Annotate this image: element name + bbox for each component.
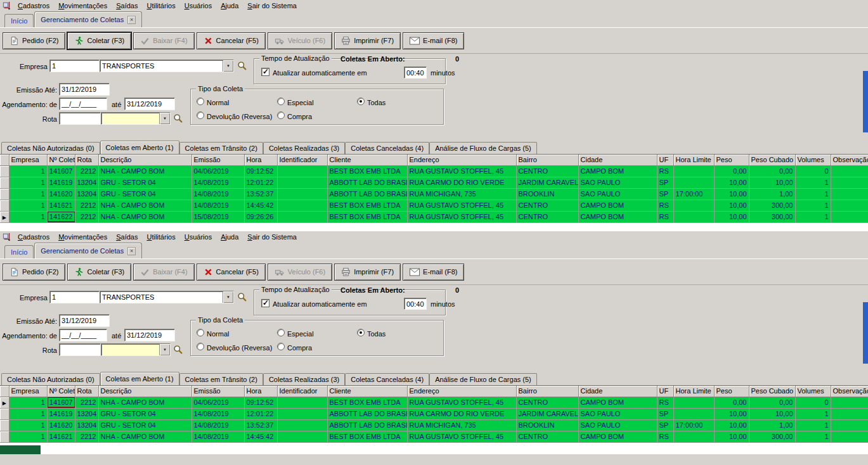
menu-item[interactable]: Usuários xyxy=(180,1,216,10)
column-header[interactable]: Descrição xyxy=(98,386,191,397)
grid-tab[interactable]: Coletas Realizadas (3) xyxy=(263,373,345,385)
table-row[interactable]: 1 141620 13204 GRU - SETOR 04 14/08/2019… xyxy=(0,419,868,431)
column-header[interactable]: Nº Coleta xyxy=(47,155,75,165)
rota-combo[interactable]: ▼ xyxy=(101,112,171,125)
grid-tab[interactable]: Análise de Fluxo de Cargas (5) xyxy=(429,373,537,385)
auto-update-interval-input[interactable]: 00:40 xyxy=(404,67,427,79)
menu-item[interactable]: Movimentações xyxy=(54,1,112,10)
column-header[interactable]: Volumes xyxy=(795,155,831,165)
column-header[interactable]: UF xyxy=(657,386,673,397)
emissao-ate-input[interactable]: 31/12/2019 xyxy=(59,83,110,96)
agendamento-de-input[interactable]: __/__/____ xyxy=(59,98,107,110)
pedido-button[interactable]: Pedido (F2) xyxy=(3,264,65,281)
menu-item[interactable]: Usuários xyxy=(180,232,216,241)
chevron-down-icon[interactable]: ▼ xyxy=(159,113,170,124)
column-header[interactable]: Identificador xyxy=(277,386,327,397)
table-row[interactable]: 1 141619 13204 GRU - SETOR 04 14/08/2019… xyxy=(0,408,868,419)
column-header[interactable]: Cliente xyxy=(327,386,407,397)
auto-update-checkbox[interactable] xyxy=(261,299,269,307)
table-row[interactable]: 1 141620 13204 GRU - SETOR 04 14/08/2019… xyxy=(0,188,868,200)
grid-tab[interactable]: Análise de Fluxo de Cargas (5) xyxy=(429,142,537,154)
rota-code-input[interactable] xyxy=(59,343,101,356)
radio-devolucao-reversa[interactable] xyxy=(197,343,204,350)
menu-item[interactable]: Saídas xyxy=(112,232,142,241)
menu-item[interactable]: Sair do Sistema xyxy=(243,1,301,10)
empresa-code-input[interactable]: 1 xyxy=(49,60,100,72)
radio-devolucao-reversa[interactable] xyxy=(197,111,204,119)
column-header[interactable]: Descrição xyxy=(98,155,191,165)
email-button[interactable]: E-mail (F8) xyxy=(403,264,464,281)
tab-gerenciamento-coletas[interactable]: Gerenciamento de Coletas × xyxy=(34,11,142,27)
empresa-search-icon[interactable] xyxy=(237,61,247,71)
rota-search-icon[interactable] xyxy=(173,113,183,124)
grid-tab[interactable]: Coletas Canceladas (4) xyxy=(345,142,429,154)
column-header[interactable]: Empresa xyxy=(9,155,47,165)
rota-combo[interactable]: ▼ xyxy=(101,343,171,356)
column-header[interactable]: Hora Limite xyxy=(673,155,714,165)
column-header[interactable]: Peso xyxy=(714,386,749,397)
column-header[interactable]: Rota xyxy=(75,155,98,165)
column-header[interactable]: Peso Cubado xyxy=(749,155,795,165)
grid-tab[interactable]: Coletas Não Autorizadas (0) xyxy=(1,373,100,385)
menu-item[interactable]: Ajuda xyxy=(216,1,243,10)
rota-search-icon[interactable] xyxy=(173,345,183,355)
cancelar-button[interactable]: Cancelar (F5) xyxy=(197,32,266,49)
empresa-combo[interactable]: TRANSPORTES▼ xyxy=(100,291,234,303)
radio-normal[interactable] xyxy=(197,329,204,336)
menu-item[interactable]: Ajuda xyxy=(216,232,243,241)
column-header[interactable]: Cliente xyxy=(327,155,407,165)
menu-item[interactable]: Cadastros xyxy=(13,232,54,241)
column-header[interactable]: Nº Coleta xyxy=(47,386,75,397)
menu-item[interactable]: Sair do Sistema xyxy=(243,232,301,241)
radio-compra[interactable] xyxy=(277,343,285,350)
tab-inicio[interactable]: Início xyxy=(4,14,34,27)
agendamento-ate-input[interactable]: 31/12/2019 xyxy=(124,98,175,110)
veiculo-button[interactable]: Veículo (F6) xyxy=(268,264,332,281)
agendamento-de-input[interactable]: __/__/____ xyxy=(59,329,107,341)
column-header[interactable]: Identificador xyxy=(277,155,327,165)
column-header[interactable]: Volumes xyxy=(795,386,831,397)
table-row[interactable]: 1 141622 2212 NHA - CAMPO BOM 15/08/2019… xyxy=(0,211,868,222)
radio-normal[interactable] xyxy=(197,98,204,105)
menu-item[interactable]: Utilitários xyxy=(142,1,179,10)
menu-item[interactable]: Saídas xyxy=(112,1,142,10)
column-header[interactable]: Empresa xyxy=(9,386,47,397)
table-row[interactable]: 1 141619 13204 GRU - SETOR 04 14/08/2019… xyxy=(0,177,868,188)
table-row[interactable]: 1 141607 2212 NHA - CAMPO BOM 04/06/2019… xyxy=(0,165,868,177)
column-header[interactable]: Bairro xyxy=(516,386,578,397)
column-header[interactable]: Observação xyxy=(831,386,868,397)
radio-especial[interactable] xyxy=(277,98,285,105)
chevron-down-icon[interactable]: ▼ xyxy=(223,60,233,72)
rota-code-input[interactable] xyxy=(59,112,101,125)
grid-tab[interactable]: Coletas em Trânsito (2) xyxy=(179,373,263,385)
grid-tab[interactable]: Coletas em Aberto (1) xyxy=(100,141,179,154)
radio-compra[interactable] xyxy=(277,111,285,119)
column-header[interactable]: Endereço xyxy=(407,155,516,165)
column-header[interactable]: Hora xyxy=(244,155,277,165)
column-header[interactable]: Emissão xyxy=(191,386,244,397)
grid-tab[interactable]: Coletas em Aberto (1) xyxy=(100,372,179,385)
auto-update-interval-input[interactable]: 00:40 xyxy=(404,298,427,310)
tab-inicio[interactable]: Início xyxy=(4,245,34,258)
table-row[interactable]: 1 141607 2212 NHA - CAMPO BOM 04/06/2019… xyxy=(0,397,868,408)
column-header[interactable]: Bairro xyxy=(516,155,578,165)
radio-todas[interactable] xyxy=(357,98,365,105)
close-tab-icon[interactable]: × xyxy=(127,247,136,255)
close-tab-icon[interactable]: × xyxy=(127,16,136,24)
table-row[interactable]: 1 141621 2212 NHA - CAMPO BOM 14/08/2019… xyxy=(0,431,868,442)
baixar-button[interactable]: Baixar (F4) xyxy=(133,264,194,281)
menu-item[interactable]: Cadastros xyxy=(13,1,54,10)
column-header[interactable]: Rota xyxy=(75,386,98,397)
column-header[interactable]: Emissão xyxy=(191,155,244,165)
veiculo-button[interactable]: Veículo (F6) xyxy=(268,32,332,49)
column-header[interactable]: Hora Limite xyxy=(673,386,714,397)
chevron-down-icon[interactable]: ▼ xyxy=(223,291,233,303)
tab-gerenciamento-coletas[interactable]: Gerenciamento de Coletas × xyxy=(34,243,142,258)
grid-tab[interactable]: Coletas em Trânsito (2) xyxy=(179,142,263,154)
cancelar-button[interactable]: Cancelar (F5) xyxy=(197,264,266,281)
column-header[interactable]: Endereço xyxy=(407,386,516,397)
column-header[interactable]: Hora xyxy=(244,386,277,397)
table-row[interactable]: 1 141621 2212 NHA - CAMPO BOM 14/08/2019… xyxy=(0,200,868,211)
chevron-down-icon[interactable]: ▼ xyxy=(159,344,170,355)
auto-update-checkbox[interactable] xyxy=(261,68,269,76)
